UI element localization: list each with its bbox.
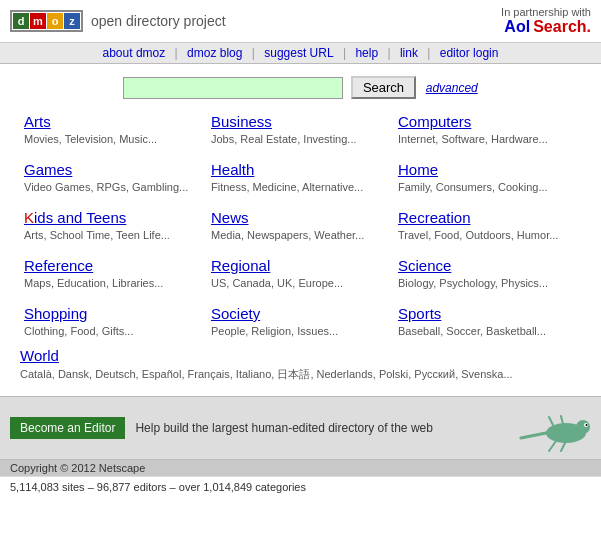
aol-label: Aol Search. <box>501 18 591 36</box>
cat-shopping-links: Clothing, Food, Gifts... <box>24 325 203 337</box>
search-button[interactable]: Search <box>351 76 416 99</box>
cat-business: Business Jobs, Real Estate, Investing... <box>207 107 394 155</box>
cat-games-links: Video Games, RPGs, Gambling... <box>24 181 203 193</box>
nav-suggest-url[interactable]: suggest URL <box>264 46 333 60</box>
cat-kids: Kids and Teens Arts, School Time, Teen L… <box>20 203 207 251</box>
become-editor-button[interactable]: Become an Editor <box>10 417 125 439</box>
stats-text: 5,114,083 sites – 96,877 editors – over … <box>10 481 306 493</box>
aol-search-text: Search. <box>533 18 591 35</box>
cat-society-links: People, Religion, Issues... <box>211 325 390 337</box>
svg-point-3 <box>586 424 588 426</box>
categories-grid: Arts Movies, Television, Music... Games … <box>0 107 601 347</box>
kids-k: K <box>24 209 34 226</box>
cat-health-title[interactable]: Health <box>211 161 390 178</box>
cat-recreation: Recreation Travel, Food, Outdoors, Humor… <box>394 203 581 251</box>
logo-z: z <box>64 13 80 29</box>
search-bar: Search advanced <box>0 64 601 107</box>
cat-recreation-links: Travel, Food, Outdoors, Humor... <box>398 229 577 241</box>
cat-arts-links: Movies, Television, Music... <box>24 133 203 145</box>
cat-sports-title[interactable]: Sports <box>398 305 577 322</box>
svg-point-1 <box>576 420 590 434</box>
nav-editor-login[interactable]: editor login <box>440 46 499 60</box>
cat-news-links: Media, Newspapers, Weather... <box>211 229 390 241</box>
cat-shopping: Shopping Clothing, Food, Gifts... <box>20 299 207 347</box>
footer-copyright-bar: Copyright © 2012 Netscape <box>0 460 601 476</box>
nav-link[interactable]: link <box>400 46 418 60</box>
categories-wrapper: Arts Movies, Television, Music... Games … <box>0 107 601 392</box>
cat-reference-title[interactable]: Reference <box>24 257 203 274</box>
logo-o: o <box>47 13 63 29</box>
cat-reference-links: Maps, Education, Libraries... <box>24 277 203 289</box>
stats-bar: 5,114,083 sites – 96,877 editors – over … <box>0 476 601 497</box>
logo-box: d m o z open directory project <box>10 10 226 32</box>
cat-games-title[interactable]: Games <box>24 161 203 178</box>
project-name: open directory project <box>91 13 226 29</box>
cat-world-links: Català, Dansk, Deutsch, Español, Françai… <box>20 367 581 382</box>
cat-sports: Sports Baseball, Soccer, Basketball... <box>394 299 581 347</box>
cat-news: News Media, Newspapers, Weather... <box>207 203 394 251</box>
navbar: about dmoz | dmoz blog | suggest URL | h… <box>0 43 601 64</box>
cat-col-1: Business Jobs, Real Estate, Investing...… <box>207 107 394 347</box>
cat-computers-title[interactable]: Computers <box>398 113 577 130</box>
cat-home: Home Family, Consumers, Cooking... <box>394 155 581 203</box>
logo-d: d <box>13 13 29 29</box>
copyright-text: Copyright © 2012 Netscape <box>10 462 145 474</box>
cat-col-2: Computers Internet, Software, Hardware..… <box>394 107 581 347</box>
cat-games: Games Video Games, RPGs, Gambling... <box>20 155 207 203</box>
cat-reference: Reference Maps, Education, Libraries... <box>20 251 207 299</box>
cat-shopping-title[interactable]: Shopping <box>24 305 203 322</box>
lizard-image <box>511 403 591 453</box>
aol-partnership: In partnership with Aol Search. <box>501 6 591 36</box>
cat-science-links: Biology, Psychology, Physics... <box>398 277 577 289</box>
cat-arts-title[interactable]: Arts <box>24 113 203 130</box>
cat-science-title[interactable]: Science <box>398 257 577 274</box>
nav-help[interactable]: help <box>355 46 378 60</box>
aol-partner-text: In partnership with <box>501 6 591 18</box>
cat-computers-links: Internet, Software, Hardware... <box>398 133 577 145</box>
cat-business-title[interactable]: Business <box>211 113 390 130</box>
cat-business-links: Jobs, Real Estate, Investing... <box>211 133 390 145</box>
cat-society-title[interactable]: Society <box>211 305 390 322</box>
svg-line-5 <box>549 441 556 451</box>
nav-dmoz-blog[interactable]: dmoz blog <box>187 46 242 60</box>
nav-about-dmoz[interactable]: about dmoz <box>103 46 166 60</box>
cat-col-0: Arts Movies, Television, Music... Games … <box>20 107 207 347</box>
header: d m o z open directory project In partne… <box>0 0 601 43</box>
cat-society: Society People, Religion, Issues... <box>207 299 394 347</box>
editor-description: Help build the largest human-edited dire… <box>135 421 433 435</box>
cat-health: Health Fitness, Medicine, Alternative... <box>207 155 394 203</box>
cat-health-links: Fitness, Medicine, Alternative... <box>211 181 390 193</box>
search-input[interactable] <box>123 77 343 99</box>
dmoz-logo: d m o z <box>10 10 83 32</box>
cat-recreation-title[interactable]: Recreation <box>398 209 577 226</box>
cat-kids-title[interactable]: Kids and Teens <box>24 209 203 226</box>
cat-news-title[interactable]: News <box>211 209 390 226</box>
cat-computers: Computers Internet, Software, Hardware..… <box>394 107 581 155</box>
cat-home-title[interactable]: Home <box>398 161 577 178</box>
world-section: World Català, Dansk, Deutsch, Español, F… <box>0 347 601 392</box>
cat-regional-title[interactable]: Regional <box>211 257 390 274</box>
svg-line-8 <box>561 416 563 424</box>
svg-line-4 <box>521 433 546 438</box>
lizard-svg <box>511 403 591 453</box>
logo-m: m <box>30 13 46 29</box>
cat-home-links: Family, Consumers, Cooking... <box>398 181 577 193</box>
svg-line-7 <box>549 417 553 425</box>
cat-world-title[interactable]: World <box>20 347 581 364</box>
cat-kids-links: Arts, School Time, Teen Life... <box>24 229 203 241</box>
cat-sports-links: Baseball, Soccer, Basketball... <box>398 325 577 337</box>
cat-regional-links: US, Canada, UK, Europe... <box>211 277 390 289</box>
logo-letters: d m o z <box>13 13 80 29</box>
editor-bar: Become an Editor Help build the largest … <box>0 396 601 460</box>
cat-science: Science Biology, Psychology, Physics... <box>394 251 581 299</box>
advanced-search-link[interactable]: advanced <box>426 81 478 95</box>
cat-regional: Regional US, Canada, UK, Europe... <box>207 251 394 299</box>
cat-arts: Arts Movies, Television, Music... <box>20 107 207 155</box>
